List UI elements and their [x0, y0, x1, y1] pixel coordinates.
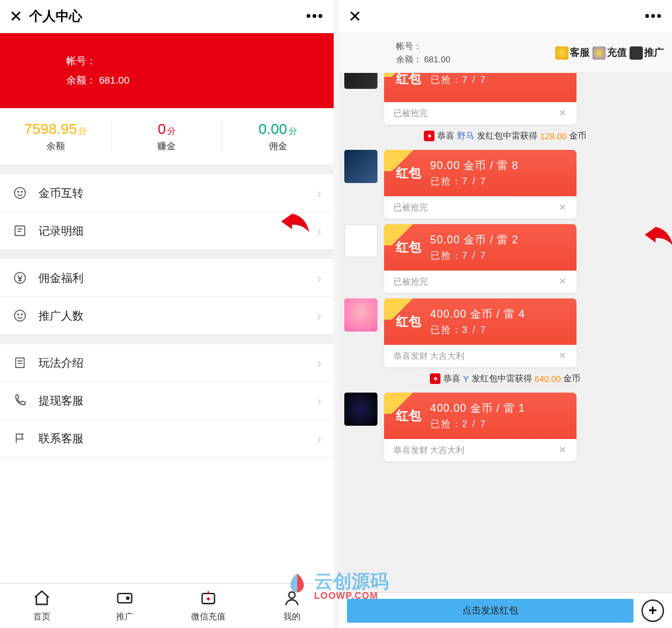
tab-mine[interactable]: 我的 [250, 584, 334, 628]
envelope-message[interactable]: 红包50.00 金币 / 雷 2已抢：7 / 7已被抢完 [344, 224, 667, 293]
chevron-right-icon: › [317, 431, 322, 446]
menu-promote-count[interactable]: 推广人数› [0, 297, 334, 335]
chevron-right-icon: › [317, 186, 322, 201]
menu-label: 玩法介绍 [38, 355, 317, 371]
menu-label: 提现客服 [38, 393, 317, 408]
avatar[interactable] [344, 224, 377, 257]
card-icon [115, 589, 134, 609]
flag-icon [12, 430, 28, 446]
menu-gameplay[interactable]: 玩法介绍› [0, 344, 334, 382]
account-label: 帐号： [66, 55, 96, 66]
box-icon [630, 46, 643, 60]
menu-commission-benefit[interactable]: 佣金福利› [0, 259, 334, 297]
cross-icon [558, 445, 567, 456]
svg-point-7 [15, 310, 26, 322]
menu-label: 推广人数 [38, 308, 317, 324]
chevron-right-icon: › [317, 223, 322, 239]
chevron-right-icon: › [317, 393, 322, 408]
envelope-message[interactable]: 红包400.00 金币 / 雷 4已抢：3 / 7恭喜发财 大吉大利 [344, 298, 667, 367]
reply-arrow-icon [277, 203, 314, 243]
send-envelope-button[interactable]: 点击发送红包 [347, 599, 634, 623]
user-icon [283, 589, 301, 609]
gift-icon: ✦ [430, 373, 440, 384]
cross-icon [558, 108, 567, 119]
bottom-tabs: 首页 推广 微信充值 我的 [0, 583, 334, 628]
avatar[interactable] [344, 298, 377, 332]
note-icon [12, 355, 28, 371]
left-screen: ✕ 个人中心 ••• 帐号： 余额： 681.00 7598.95分余额 0分赚… [0, 0, 339, 628]
chevron-right-icon: › [317, 271, 322, 286]
stats-row: 7598.95分余额 0分赚金 0.00分佣金 [0, 108, 334, 165]
right-info-bar: 帐号： 余额： 681.00 客服 充值 推广 [339, 33, 673, 73]
service-button[interactable]: 客服 [555, 46, 590, 60]
stat-commission[interactable]: 0.00分佣金 [222, 109, 334, 164]
close-icon[interactable]: ✕ [348, 7, 362, 26]
close-icon[interactable]: ✕ [9, 7, 23, 26]
medal-icon [555, 46, 569, 60]
envelope-badge: 红包 [393, 73, 424, 94]
menu-label: 佣金福利 [38, 271, 317, 286]
smile-icon [12, 185, 28, 201]
cross-icon [558, 277, 567, 288]
page-title: 个人中心 [29, 7, 306, 25]
right-header: ✕ ••• [339, 0, 673, 33]
chat-area[interactable]: 红包已抢：7 / 7 已被抢完 ✦ 恭喜 野马 发红包中雷获得 128.00 金… [339, 73, 673, 628]
menu-label: 联系客服 [38, 431, 317, 446]
cross-icon [558, 202, 567, 214]
right-screen: ✕ ••• 帐号： 余额： 681.00 客服 充值 推广 红包已抢：7 / 7… [339, 0, 673, 628]
account-banner: 帐号： 余额： 681.00 [0, 33, 334, 108]
balance-value: 681.00 [99, 74, 129, 86]
plus-button[interactable]: + [641, 599, 664, 622]
promote-button[interactable]: 推广 [630, 46, 664, 60]
svg-point-1 [18, 191, 19, 192]
svg-rect-10 [16, 358, 25, 368]
svg-rect-3 [15, 226, 25, 236]
smile-icon [12, 308, 28, 324]
menu-label: 金币互转 [38, 186, 317, 201]
reply-arrow-icon [640, 216, 672, 256]
chevron-right-icon: › [317, 308, 322, 324]
menu-withdraw-service[interactable]: 提现客服› [0, 382, 334, 420]
svg-point-9 [21, 314, 22, 314]
avatar[interactable] [344, 73, 377, 89]
cross-icon [558, 351, 567, 362]
avatar[interactable] [344, 150, 377, 183]
more-icon[interactable]: ••• [645, 9, 663, 24]
recharge-button[interactable]: 充值 [592, 46, 627, 60]
stat-earn[interactable]: 0分赚金 [111, 109, 223, 164]
svg-point-16 [289, 592, 295, 598]
svg-point-0 [15, 188, 26, 199]
svg-point-8 [18, 314, 19, 314]
gift-icon: ✦ [424, 131, 435, 141]
menu-contact-service[interactable]: 联系客服› [0, 420, 334, 458]
win-notice: ✦ 恭喜 野马 发红包中雷获得 128.00 金币 [344, 130, 667, 142]
envelope-message[interactable]: 红包90.00 金币 / 雷 8已抢：7 / 7已被抢完 [344, 150, 667, 219]
tab-promote[interactable]: 推广 [84, 584, 167, 628]
tab-home[interactable]: 首页 [0, 584, 84, 628]
yen-icon [12, 270, 28, 286]
svg-point-14 [127, 597, 129, 599]
coin-icon [592, 46, 606, 60]
wallet-icon [199, 589, 218, 609]
envelope-message[interactable]: 红包400.00 金币 / 雷 1已抢：2 / 7恭喜发财 大吉大利 [344, 393, 667, 462]
menu-label: 记录明细 [38, 223, 317, 239]
stat-balance[interactable]: 7598.95分余额 [0, 109, 111, 164]
svg-point-2 [21, 191, 22, 192]
tab-recharge[interactable]: 微信充值 [167, 584, 250, 628]
avatar[interactable] [344, 393, 377, 426]
balance-label: 余额： [66, 74, 96, 86]
more-icon[interactable]: ••• [306, 9, 324, 24]
menu-records[interactable]: 记录明细› [0, 212, 334, 250]
left-header: ✕ 个人中心 ••• [0, 0, 334, 33]
home-icon [33, 589, 51, 609]
phone-icon [12, 393, 28, 408]
win-notice: ✦ 恭喜 Y 发红包中雷获得 640.00 金币 [344, 373, 667, 385]
envelope-message[interactable]: 红包已抢：7 / 7 已被抢完 [344, 73, 667, 125]
chat-input-bar: 点击发送红包 + [339, 592, 673, 628]
chevron-right-icon: › [317, 355, 322, 371]
document-icon [12, 223, 28, 239]
